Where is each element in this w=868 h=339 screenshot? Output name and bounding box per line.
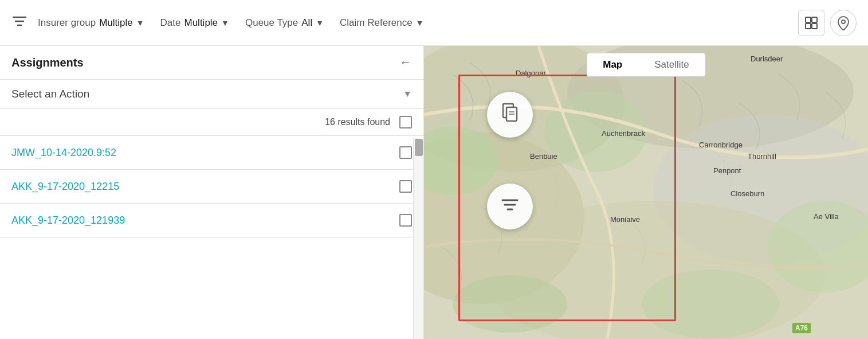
claim-link-0[interactable]: JMW_10-14-2020.9:52 xyxy=(11,147,116,159)
place-label-thornhill: Thornhill xyxy=(748,152,776,161)
place-label-closeburn: Closeburn xyxy=(730,189,764,198)
scrollbar[interactable] xyxy=(413,138,423,339)
place-label-dalgonar: Dalgonar xyxy=(516,69,546,77)
svg-point-18 xyxy=(453,275,567,333)
date-filter[interactable]: Date Multiple ▼ xyxy=(160,17,229,29)
item-checkbox-0[interactable] xyxy=(399,146,412,159)
filter-lines-icon[interactable] xyxy=(11,15,28,31)
scroll-thumb[interactable] xyxy=(415,139,423,156)
action-select-label: Select an Action xyxy=(11,88,89,100)
place-label-durisdeer: Durisdeer xyxy=(751,54,783,63)
assignments-header: Assignments ← xyxy=(0,46,423,80)
queue-type-label: Queue Type xyxy=(245,17,298,29)
insurer-group-value: Multiple xyxy=(99,17,133,29)
action-select-row[interactable]: Select an Action ▼ xyxy=(0,80,423,109)
map-container[interactable]: Map Satellite A76 xyxy=(424,46,868,339)
a76-badge-bottom: A76 xyxy=(792,323,811,333)
list-item[interactable]: AKK_9-17-2020_12215 xyxy=(0,170,423,204)
filter-action-button[interactable] xyxy=(487,184,533,229)
date-value: Multiple xyxy=(184,17,218,29)
list-item[interactable]: JMW_10-14-2020.9:52 xyxy=(0,136,423,170)
svg-rect-5 xyxy=(806,24,811,29)
date-label: Date xyxy=(160,17,181,29)
main-content: Assignments ← Select an Action ▼ 16 resu… xyxy=(0,46,868,339)
results-row: 16 results found xyxy=(0,109,423,136)
insurer-group-label: Insurer group xyxy=(38,17,96,29)
place-label-moniaive: Moniaive xyxy=(610,215,640,224)
svg-rect-4 xyxy=(812,17,817,22)
toolbar-right xyxy=(798,10,857,36)
place-label-penpont: Penpont xyxy=(713,166,741,175)
filter-icon xyxy=(500,197,520,217)
toolbar: Insurer group Multiple ▼ Date Multiple ▼… xyxy=(0,0,868,46)
map-view-button[interactable] xyxy=(830,10,857,36)
insurer-group-filter[interactable]: Insurer group Multiple ▼ xyxy=(38,17,144,29)
claim-link-2[interactable]: AKK_9-17-2020_121939 xyxy=(11,215,125,227)
map-btn[interactable]: Map xyxy=(587,53,638,76)
queue-type-value: All xyxy=(301,17,312,29)
place-label-auchenbrack: Auchenbrack xyxy=(602,129,645,138)
svg-point-7 xyxy=(842,20,845,24)
claim-reference-filter[interactable]: Claim Reference ▼ xyxy=(340,17,423,29)
grid-view-button[interactable] xyxy=(798,10,824,36)
item-checkbox-2[interactable] xyxy=(399,214,412,227)
map-type-toggle: Map Satellite xyxy=(586,53,705,77)
action-select-chevron: ▼ xyxy=(403,89,412,99)
claim-reference-label: Claim Reference xyxy=(340,17,413,29)
left-panel: Assignments ← Select an Action ▼ 16 resu… xyxy=(0,46,424,339)
claim-link-1[interactable]: AKK_9-17-2020_12215 xyxy=(11,181,119,193)
place-label-carronbridge: Carronbridge xyxy=(699,141,743,149)
document-action-button[interactable] xyxy=(487,92,533,138)
assignments-title: Assignments xyxy=(11,56,84,69)
insurer-group-chevron: ▼ xyxy=(136,18,144,28)
results-count: 16 results found xyxy=(325,117,390,127)
list-item[interactable]: AKK_9-17-2020_121939 xyxy=(0,204,423,237)
satellite-btn[interactable]: Satellite xyxy=(638,53,705,76)
claim-reference-chevron: ▼ xyxy=(416,18,424,28)
queue-type-filter[interactable]: Queue Type All ▼ xyxy=(245,17,324,29)
place-label-benbuie: Benbuie xyxy=(530,152,557,161)
item-checkbox-1[interactable] xyxy=(399,180,412,193)
svg-point-17 xyxy=(642,270,779,338)
document-icon xyxy=(501,103,519,127)
queue-type-chevron: ▼ xyxy=(316,18,324,28)
back-arrow-button[interactable]: ← xyxy=(399,55,412,70)
svg-rect-6 xyxy=(812,24,817,29)
place-label-ae-villa: Ae Villa xyxy=(814,212,839,221)
select-all-checkbox[interactable] xyxy=(399,116,412,128)
map-panel: Map Satellite A76 xyxy=(424,46,868,339)
svg-rect-3 xyxy=(806,17,811,22)
date-chevron: ▼ xyxy=(221,18,229,28)
